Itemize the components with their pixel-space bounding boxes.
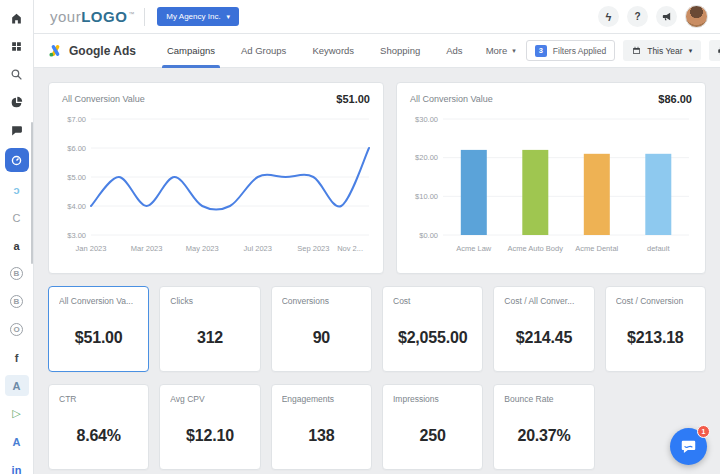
kpi-card-engagements[interactable]: Engagements138	[271, 384, 372, 470]
header-divider	[144, 8, 145, 26]
platform-b2-icon: B	[10, 295, 23, 308]
more-label: More	[486, 45, 508, 56]
chart-card-line: All Conversion Value$51.00$7.00$6.00$5.0…	[48, 82, 384, 274]
app-logo: yourLOGO™	[50, 8, 134, 25]
kpi-value: 90	[272, 329, 371, 347]
sidebar-item-chat-icon[interactable]	[5, 120, 29, 141]
megaphone-icon	[661, 11, 672, 22]
filters-count-badge: 3	[535, 45, 547, 57]
kpi-value: 312	[160, 329, 259, 347]
filters-label: Filters Applied	[553, 46, 606, 56]
svg-text:$10.00: $10.00	[415, 192, 438, 201]
tab-shopping[interactable]: Shopping	[367, 34, 433, 68]
agency-selector-button[interactable]: My Agency Inc. ▾	[157, 7, 239, 26]
logo-trademark: ™	[128, 11, 134, 17]
tab-ads[interactable]: Ads	[433, 34, 475, 68]
logo-part2: LOGO	[81, 8, 127, 25]
flash-icon-button[interactable]: ϟ	[598, 6, 619, 27]
platform-c-icon: C	[13, 212, 21, 224]
user-avatar[interactable]	[685, 5, 708, 28]
svg-text:Mar 2023: Mar 2023	[131, 244, 163, 253]
facebook-icon: f	[15, 352, 19, 364]
announcements-button[interactable]	[656, 6, 677, 27]
kpi-card-clicks[interactable]: Clicks312	[159, 286, 260, 372]
sidebar-item-amazon-icon[interactable]: a	[5, 235, 29, 256]
kpi-label: Impressions	[393, 394, 474, 404]
svg-text:May 2023: May 2023	[186, 244, 219, 253]
help-button[interactable]: ?	[627, 6, 648, 27]
sidebar-items: ɔCaBBOfA▷Ain	[5, 8, 29, 474]
kpi-card-cost-all-conver[interactable]: Cost / All Conver...$214.45	[493, 286, 594, 372]
sidebar-item-platform-b1-icon[interactable]: B	[5, 263, 29, 284]
chart-total-value: $51.00	[336, 93, 370, 105]
sidebar-item-apps-grid-icon[interactable]	[5, 36, 29, 57]
kpi-value: 20.37%	[494, 427, 593, 445]
tab-campaigns[interactable]: Campaigns	[154, 34, 228, 68]
sidebar-item-active-dashboard-icon[interactable]	[5, 148, 29, 172]
sidebar-item-google-ads-icon[interactable]: A	[5, 431, 29, 452]
kpi-label: CTR	[59, 394, 140, 404]
kpi-label: Conversions	[282, 296, 363, 306]
tab-keywords[interactable]: Keywords	[299, 34, 367, 68]
kpi-card-bounce-rate[interactable]: Bounce Rate20.37%	[493, 384, 594, 470]
kpi-card-conversions[interactable]: Conversions90	[271, 286, 372, 372]
tabs-nav: CampaignsAd GroupsKeywordsShoppingAds	[154, 34, 476, 68]
kpi-label: Bounce Rate	[504, 394, 585, 404]
sidebar-item-home-icon[interactable]	[5, 8, 29, 29]
amazon-icon: a	[13, 240, 19, 252]
sidebar-item-platform-swirl-icon[interactable]: ɔ	[5, 179, 29, 200]
platform-b1-icon: B	[10, 267, 23, 280]
kpi-card-ctr[interactable]: CTR8.64%	[48, 384, 149, 470]
kpi-card-avg-cpv[interactable]: Avg CPV$12.10	[159, 384, 260, 470]
sidebar-item-google-analytics-icon[interactable]: A	[5, 375, 29, 396]
svg-text:Jan 2023: Jan 2023	[76, 244, 107, 253]
google-analytics-icon: A	[13, 380, 21, 392]
chart-plot-area[interactable]: $7.00$6.00$5.00$4.00$3.00Jan 2023Mar 202…	[49, 107, 383, 265]
kpi-label: Cost	[393, 296, 474, 306]
sidebar-item-analytics-pie-icon[interactable]	[5, 92, 29, 113]
tab-more[interactable]: More ▾	[476, 34, 526, 68]
kpi-card-impressions[interactable]: Impressions250	[382, 384, 483, 470]
home-icon	[10, 12, 23, 25]
kpi-card-all-conversion-va[interactable]: All Conversion Va...$51.00	[48, 286, 149, 372]
sidebar-item-play-triangle-icon[interactable]: ▷	[5, 403, 29, 424]
kpi-value: $213.18	[606, 329, 705, 347]
sidebar-item-platform-o-icon[interactable]: O	[5, 319, 29, 340]
date-range-button[interactable]: This Year ▾	[623, 40, 701, 61]
chart-plot-area[interactable]: $30.00$20.00$10.00$0.00Acme LawAcme Auto…	[397, 107, 705, 265]
product-tab-bar: Google Ads CampaignsAd GroupsKeywordsSho…	[34, 34, 720, 68]
sidebar-item-platform-b2-icon[interactable]: B	[5, 291, 29, 312]
sidebar: ɔCaBBOfA▷Ain	[0, 0, 34, 474]
kpi-card-cost[interactable]: Cost$2,055.00	[382, 286, 483, 372]
kpi-value: $214.45	[494, 329, 593, 347]
svg-text:$3.00: $3.00	[67, 231, 86, 240]
bar-default	[645, 154, 671, 235]
analytics-pie-icon	[10, 96, 23, 109]
sidebar-item-facebook-icon[interactable]: f	[5, 347, 29, 368]
chat-launcher-button[interactable]: 1	[670, 428, 707, 465]
svg-text:$6.00: $6.00	[67, 144, 86, 153]
kpi-card-cost-conversion[interactable]: Cost / Conversion$213.18	[605, 286, 706, 372]
kpi-label: Cost / Conversion	[616, 296, 697, 306]
filters-applied-button[interactable]: 3 Filters Applied	[526, 40, 615, 61]
toolbar-icon-group	[709, 40, 720, 61]
main-content: All Conversion Value$51.00$7.00$6.00$5.0…	[34, 68, 720, 474]
sidebar-scrollbar[interactable]	[31, 122, 33, 264]
svg-text:$7.00: $7.00	[67, 115, 86, 124]
print-button[interactable]	[709, 40, 720, 61]
chevron-down-icon: ▾	[512, 47, 516, 54]
bar-acme-dental	[584, 154, 610, 235]
search-icon	[10, 68, 23, 81]
svg-text:Acme Law: Acme Law	[456, 244, 492, 253]
calendar-icon	[632, 46, 641, 55]
sidebar-item-platform-c-icon[interactable]: C	[5, 207, 29, 228]
google-ads-logo-icon	[48, 43, 63, 58]
linkedin-icon: in	[12, 464, 22, 474]
sidebar-item-linkedin-icon[interactable]: in	[5, 459, 29, 474]
tab-ad-groups[interactable]: Ad Groups	[228, 34, 299, 68]
product-header: Google Ads	[48, 43, 136, 58]
chat-notification-badge: 1	[697, 425, 710, 438]
kpi-value: 138	[272, 427, 371, 445]
toolbar-actions: 3 Filters Applied This Year ▾	[526, 40, 720, 61]
sidebar-item-search-icon[interactable]	[5, 64, 29, 85]
